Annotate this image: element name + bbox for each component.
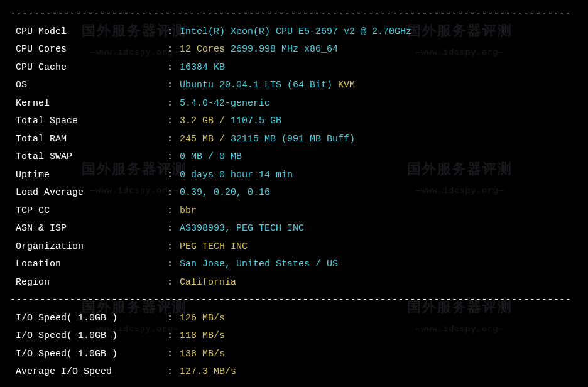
colon-separator: : (167, 274, 180, 292)
field-label: Uptime (10, 166, 167, 185)
rows-row: Kernel : 5.4.0-42-generic (10, 95, 578, 113)
colon-separator: : (167, 256, 180, 274)
field-label: OS (10, 77, 167, 95)
field-label: TCP CC (10, 202, 167, 221)
colon-separator: : (167, 184, 180, 202)
field-label: CPU Cores (10, 41, 167, 59)
colon-separator: : (167, 95, 180, 113)
field-value: California (180, 274, 236, 292)
field-value: Intel(R) Xeon(R) CPU E5-2697 v2 @ 2.70GH… (180, 23, 411, 41)
field-label: I/O Speed( 1.0GB ) (10, 327, 167, 346)
colon-separator: : (167, 166, 180, 185)
rows-row: TCP CC : bbr (10, 202, 578, 221)
io_rows-row: I/O Speed( 1.0GB ) : 138 MB/s (10, 346, 578, 364)
field-label: Kernel (10, 95, 167, 113)
field-value: San Jose, United States / US (180, 256, 338, 274)
colon-separator: : (167, 220, 180, 238)
colon-separator: : (167, 238, 180, 256)
divider-line: ----------------------------------------… (10, 292, 578, 310)
field-value: 1107.5 GB (231, 112, 281, 131)
colon-separator: : (167, 23, 180, 41)
field-value: 2699.998 MHz x86_64 (231, 41, 338, 59)
rows-row: CPU Cache : 16384 KB (10, 59, 578, 77)
field-value: 0 days 0 hour 14 min (180, 166, 293, 185)
field-value: KVM (338, 77, 355, 95)
field-label: Load Average (10, 184, 167, 202)
field-value: bbr (180, 202, 197, 221)
colon-separator: : (167, 112, 180, 131)
field-label: CPU Model (10, 23, 167, 41)
divider-line: ----------------------------------------… (10, 381, 578, 388)
rows-row: Load Average : 0.39, 0.20, 0.16 (10, 184, 578, 202)
colon-separator: : (167, 202, 180, 221)
field-value: 0.39, 0.20, 0.16 (180, 184, 270, 202)
rows-row: OS : Ubuntu 20.04.1 LTS (64 Bit) KVM (10, 77, 578, 95)
field-label: I/O Speed( 1.0GB ) (10, 346, 167, 364)
field-label: Average I/O Speed (10, 363, 167, 381)
field-value: 245 MB / (180, 131, 231, 149)
field-value: Ubuntu 20.04.1 LTS (64 Bit) (180, 77, 338, 95)
divider-line: ----------------------------------------… (10, 5, 578, 23)
io_rows-row: Average I/O Speed : 127.3 MB/s (10, 363, 578, 381)
colon-separator: : (167, 41, 180, 59)
rows-row: Organization : PEG TECH INC (10, 238, 578, 256)
rows-row: Region : California (10, 274, 578, 292)
colon-separator: : (167, 59, 180, 77)
field-value: PEG TECH INC (180, 238, 248, 256)
colon-separator: : (167, 346, 180, 364)
rows-row: CPU Cores : 12 Cores 2699.998 MHz x86_64 (10, 41, 578, 59)
field-value: 118 MB/s (180, 327, 225, 346)
field-label: CPU Cache (10, 59, 167, 77)
field-value: (991 MB Buff) (281, 131, 355, 149)
rows-row: Total SWAP : 0 MB / 0 MB (10, 148, 578, 166)
colon-separator: : (167, 310, 180, 328)
field-value: 127.3 MB/s (180, 363, 236, 381)
field-label: Total Space (10, 112, 167, 131)
field-value: 16384 KB (180, 59, 225, 77)
field-value: 0 MB / 0 MB (180, 148, 242, 166)
colon-separator: : (167, 148, 180, 166)
field-label: Location (10, 256, 167, 274)
field-label: Total RAM (10, 131, 167, 149)
rows-row: Uptime : 0 days 0 hour 14 min (10, 166, 578, 185)
field-label: Organization (10, 238, 167, 256)
colon-separator: : (167, 77, 180, 95)
io_rows-row: I/O Speed( 1.0GB ) : 118 MB/s (10, 327, 578, 346)
rows-row: ASN & ISP : AS398993, PEG TECH INC (10, 220, 578, 238)
field-label: I/O Speed( 1.0GB ) (10, 310, 167, 328)
field-value: 3.2 GB / (180, 112, 231, 131)
field-value: 32115 MB (231, 131, 281, 149)
field-value: 12 Cores (180, 41, 231, 59)
io_rows-row: I/O Speed( 1.0GB ) : 126 MB/s (10, 310, 578, 328)
field-label: Region (10, 274, 167, 292)
field-value: 126 MB/s (180, 310, 225, 328)
rows-row: Total Space : 3.2 GB / 1107.5 GB (10, 112, 578, 131)
field-label: Total SWAP (10, 148, 167, 166)
rows-row: Location : San Jose, United States / US (10, 256, 578, 274)
field-label: ASN & ISP (10, 220, 167, 238)
terminal-output: ----------------------------------------… (10, 5, 578, 387)
field-value: AS398993, PEG TECH INC (180, 220, 304, 238)
rows-row: Total RAM : 245 MB / 32115 MB (991 MB Bu… (10, 131, 578, 149)
field-value: 138 MB/s (180, 346, 225, 364)
colon-separator: : (167, 327, 180, 346)
rows-row: CPU Model : Intel(R) Xeon(R) CPU E5-2697… (10, 23, 578, 41)
field-value: 5.4.0-42-generic (180, 95, 270, 113)
colon-separator: : (167, 363, 180, 381)
colon-separator: : (167, 131, 180, 149)
